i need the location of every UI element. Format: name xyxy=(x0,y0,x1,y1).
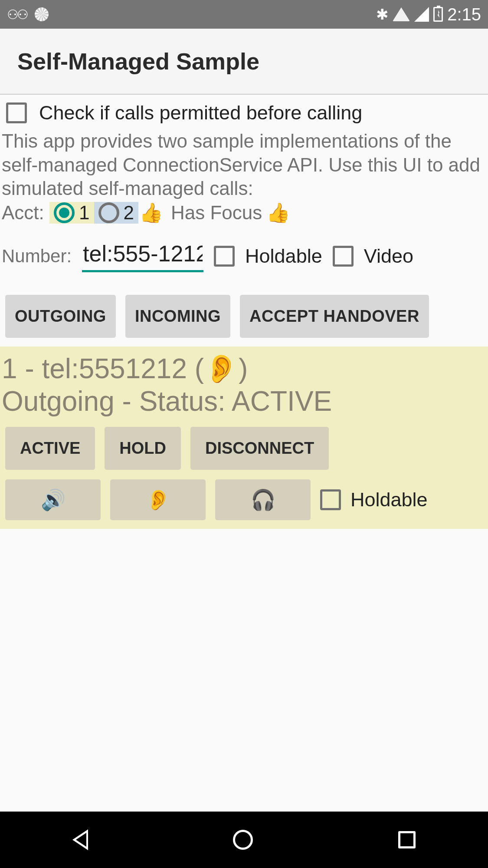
number-row: Number: Holdable Video xyxy=(0,225,488,277)
account-radio-1-label: 1 xyxy=(79,202,89,224)
app-bar: Self-Managed Sample xyxy=(0,29,488,95)
headset-button[interactable]: 🎧 xyxy=(215,479,311,520)
thumbs-up-icon: 👍 xyxy=(266,201,290,224)
call-holdable-label: Holdable xyxy=(350,488,428,511)
call-card: 1 - tel:5551212 ( 👂 ) Outgoing - Status:… xyxy=(0,347,488,529)
nav-recents-button[interactable] xyxy=(398,831,416,848)
radio-icon xyxy=(54,202,75,223)
permit-checkbox-row[interactable]: Check if calls permitted before calling xyxy=(0,95,488,129)
account-radio-2[interactable]: 2 xyxy=(94,202,138,224)
clock-text: 2:15 xyxy=(447,5,481,24)
has-focus-label: Has Focus xyxy=(171,202,262,224)
voicemail-icon: ⚇⚇ xyxy=(7,7,27,22)
page-title: Self-Managed Sample xyxy=(17,48,259,75)
battery-charging-icon xyxy=(433,7,443,22)
number-input[interactable] xyxy=(82,241,203,272)
speaker-button[interactable]: 🔊 xyxy=(5,479,101,520)
hold-button[interactable]: HOLD xyxy=(105,427,181,470)
radio-icon xyxy=(98,202,119,223)
call-holdable-checkbox[interactable] xyxy=(320,489,341,510)
bluetooth-icon: ✱ xyxy=(376,6,388,23)
video-label: Video xyxy=(364,245,413,267)
earpiece-button[interactable]: 👂 xyxy=(110,479,206,520)
account-label: Acct: xyxy=(2,202,44,224)
call-status-line: Outgoing - Status: ACTIVE xyxy=(0,385,488,417)
number-label: Number: xyxy=(2,246,72,267)
nav-back-button[interactable] xyxy=(72,829,88,850)
sync-icon xyxy=(35,7,49,21)
status-bar: ⚇⚇ ✱ 2:15 xyxy=(0,0,488,29)
description-text: This app provides two sample implementat… xyxy=(0,129,488,201)
ear-icon: 👂 xyxy=(204,353,239,385)
outgoing-button[interactable]: OUTGOING xyxy=(5,295,116,338)
video-checkbox[interactable] xyxy=(333,246,354,267)
wifi-icon xyxy=(393,7,410,21)
account-radio-1[interactable]: 1 xyxy=(49,202,94,224)
thumbs-up-icon: 👍 xyxy=(139,201,163,224)
disconnect-button[interactable]: DISCONNECT xyxy=(190,427,329,470)
incoming-button[interactable]: INCOMING xyxy=(125,295,230,338)
account-row: Acct: 1 2 👍 Has Focus 👍 xyxy=(0,201,488,225)
cell-signal-icon xyxy=(414,7,429,22)
active-button[interactable]: ACTIVE xyxy=(5,427,95,470)
holdable-label: Holdable xyxy=(245,245,322,267)
nav-home-button[interactable] xyxy=(233,830,253,850)
account-radio-2-label: 2 xyxy=(124,202,134,224)
action-buttons-row: OUTGOING INCOMING ACCEPT HANDOVER xyxy=(0,277,488,347)
navigation-bar xyxy=(0,812,488,868)
holdable-checkbox[interactable] xyxy=(214,246,235,267)
permit-checkbox-label: Check if calls permitted before calling xyxy=(39,102,362,124)
permit-checkbox[interactable] xyxy=(6,102,27,123)
accept-handover-button[interactable]: ACCEPT HANDOVER xyxy=(240,295,429,338)
call-title: 1 - tel:5551212 ( 👂 ) xyxy=(0,353,488,385)
